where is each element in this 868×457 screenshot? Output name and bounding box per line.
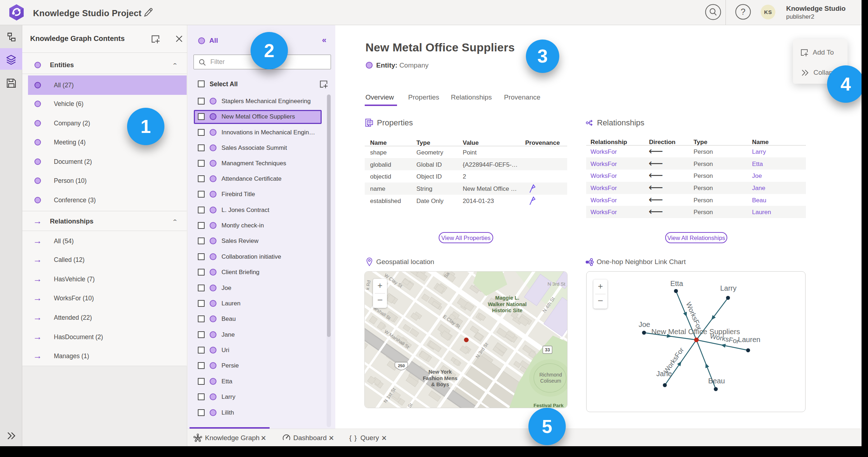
- svg-text:Richmond: Richmond: [539, 372, 562, 378]
- svg-text:Beau: Beau: [708, 377, 725, 385]
- svg-text:Historic Site: Historic Site: [492, 308, 523, 313]
- svg-text:Etta: Etta: [670, 280, 683, 287]
- svg-text:Larry: Larry: [720, 284, 737, 292]
- svg-text:& Boys: & Boys: [431, 382, 449, 387]
- svg-text:Fashion Mens: Fashion Mens: [423, 375, 458, 381]
- svg-text:New York: New York: [429, 369, 452, 375]
- svg-text:Festival Park: Festival Park: [533, 403, 564, 408]
- svg-text:Maggie L.: Maggie L.: [495, 295, 519, 301]
- svg-text:Coliseum: Coliseum: [540, 378, 561, 384]
- svg-text:Lauren: Lauren: [738, 336, 760, 343]
- svg-text:N 3rd St: N 3rd St: [547, 281, 565, 287]
- svg-text:33: 33: [545, 347, 550, 352]
- svg-text:Joe: Joe: [639, 320, 650, 328]
- svg-text:250: 250: [398, 364, 405, 368]
- svg-text:?: ?: [741, 7, 745, 17]
- svg-text:WorksFor: WorksFor: [685, 301, 703, 331]
- svg-text:Walker National: Walker National: [488, 301, 527, 307]
